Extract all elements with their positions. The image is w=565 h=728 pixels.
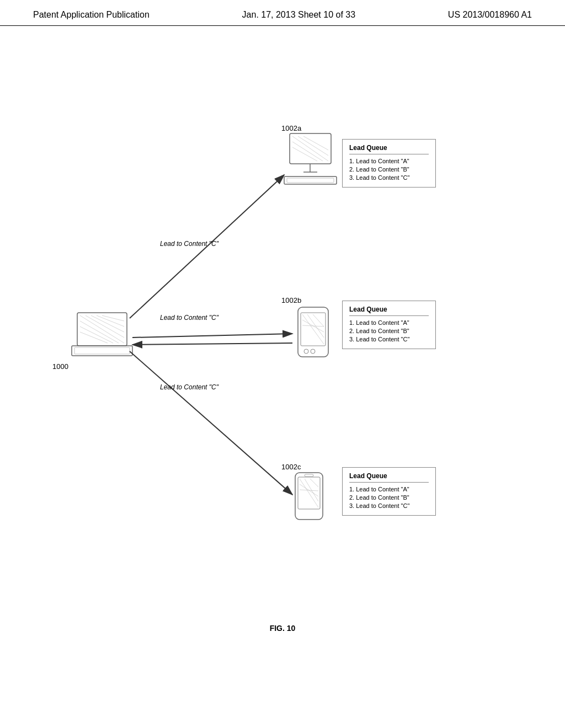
svg-line-5 <box>80 332 108 343</box>
page-header: Patent Application Publication Jan. 17, … <box>0 0 565 26</box>
svg-line-14 <box>292 142 323 161</box>
device-1002c <box>295 473 323 520</box>
queue-b-title: Lead Queue <box>349 306 429 316</box>
svg-rect-20 <box>287 178 334 183</box>
queue-a-item-1: 1. Lead to Content "A" <box>349 158 429 164</box>
svg-line-27 <box>313 314 324 326</box>
queue-c-item-1: 1. Lead to Content "A" <box>349 486 429 493</box>
queue-c-item-3: 3. Lead to Content "C" <box>349 502 429 509</box>
svg-line-39 <box>132 334 292 338</box>
queue-a-item-2: 2. Lead to Content "B" <box>349 166 429 173</box>
svg-line-8 <box>102 315 124 321</box>
svg-line-35 <box>300 490 318 491</box>
header-left: Patent Application Publication <box>33 10 150 20</box>
svg-line-32 <box>300 479 318 507</box>
queue-b-item-2: 2. Lead to Content "B" <box>349 328 429 334</box>
svg-line-36 <box>310 479 318 487</box>
label-device-b: 1002b <box>281 296 301 304</box>
diagram-area: 1000 1002a 1002b 1002c Lead to Content "… <box>0 26 565 677</box>
svg-line-40 <box>132 343 292 345</box>
svg-line-7 <box>97 315 124 326</box>
queue-a-title: Lead Queue <box>349 144 429 154</box>
lead-queue-b: Lead Queue 1. Lead to Content "A" 2. Lea… <box>342 301 436 349</box>
svg-line-1 <box>80 315 124 343</box>
arrow-label-bottom: Lead to Content "C" <box>160 383 218 391</box>
queue-c-title: Lead Queue <box>349 472 429 483</box>
source-device <box>72 313 132 356</box>
svg-line-23 <box>302 314 324 344</box>
diagram-svg <box>0 26 565 677</box>
queue-a-item-3: 3. Lead to Content "C" <box>349 174 429 181</box>
queue-b-item-1: 1. Lead to Content "A" <box>349 319 429 326</box>
queue-c-item-2: 2. Lead to Content "B" <box>349 494 429 501</box>
label-device-a: 1002a <box>281 124 301 132</box>
label-source: 1000 <box>52 362 68 371</box>
device-1002b <box>298 307 328 357</box>
header-center: Jan. 17, 2013 Sheet 10 of 33 <box>242 10 356 20</box>
header-right: US 2013/0018960 A1 <box>448 10 532 20</box>
lead-queue-a: Lead Queue 1. Lead to Content "A" 2. Lea… <box>342 139 436 188</box>
svg-line-13 <box>298 136 328 156</box>
svg-line-15 <box>292 147 317 161</box>
svg-rect-30 <box>295 473 323 520</box>
svg-line-4 <box>80 326 113 343</box>
arrow-label-top: Lead to Content "C" <box>160 240 218 248</box>
svg-point-28 <box>304 349 308 354</box>
svg-line-26 <box>302 325 324 326</box>
device-1002a <box>284 133 337 184</box>
lead-queue-c: Lead Queue 1. Lead to Content "A" 2. Lea… <box>342 467 436 516</box>
svg-rect-19 <box>284 176 337 184</box>
arrow-label-middle: Lead to Content "C" <box>160 314 218 322</box>
svg-line-41 <box>130 351 292 495</box>
label-device-c: 1002c <box>281 463 301 471</box>
svg-line-6 <box>91 315 124 332</box>
queue-b-item-3: 3. Lead to Content "C" <box>349 336 429 342</box>
svg-point-29 <box>311 349 315 354</box>
svg-rect-37 <box>305 474 313 477</box>
svg-rect-10 <box>74 347 130 354</box>
figure-caption: FIG. 10 <box>270 624 296 633</box>
svg-line-16 <box>303 136 328 150</box>
